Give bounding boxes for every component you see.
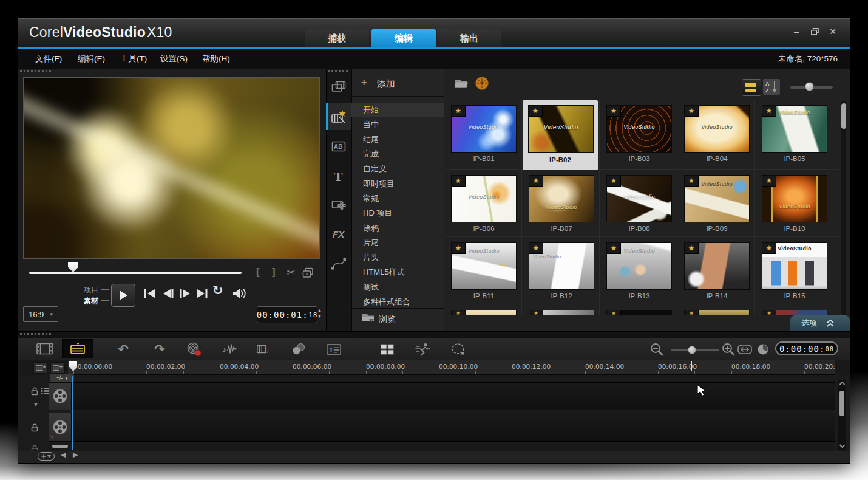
- timeline-ruler[interactable]: 00:00:00:00 00:00:02:00 00:00:04:00 00:0…: [68, 360, 835, 375]
- overlap-clips-button[interactable]: [291, 341, 307, 357]
- track-number: 1: [50, 434, 53, 441]
- collapse-track-icon[interactable]: ▼: [33, 401, 39, 408]
- track-list-icon[interactable]: [40, 386, 49, 396]
- timeline-view-button[interactable]: [62, 339, 93, 358]
- mouse-cursor: [697, 384, 709, 397]
- film-reel-icon: [52, 388, 69, 405]
- timeline-panel: ↶ ↷ ♪ ♫: [18, 18, 850, 463]
- project-duration-button[interactable]: [755, 341, 771, 357]
- subtitle-editor-button[interactable]: T: [326, 341, 342, 357]
- svg-text:♪: ♪: [222, 345, 226, 354]
- track-lock-icon[interactable]: [30, 423, 39, 432]
- vertical-scrollbar-thumb[interactable]: [839, 391, 844, 416]
- mask-creator-icon: [450, 341, 466, 357]
- multi-camera-icon: [379, 343, 395, 356]
- track-manager-icon: [35, 364, 46, 372]
- overlap-clips-icon: [291, 341, 307, 357]
- playhead-line: [72, 376, 73, 450]
- timeline-view-icon: [69, 342, 86, 355]
- multi-camera-button[interactable]: [379, 341, 395, 357]
- auto-music-button[interactable]: ♫: [256, 341, 272, 357]
- record-capture-icon: [186, 341, 202, 357]
- fit-timeline-icon: [737, 343, 753, 355]
- swap-track-icon: [40, 453, 52, 459]
- record-capture-button[interactable]: [186, 341, 202, 357]
- svg-text:T: T: [329, 346, 333, 354]
- master-timecode[interactable]: 0:00:00:00: [775, 341, 838, 355]
- panel-grip[interactable]: [20, 333, 53, 335]
- sound-mixer-button[interactable]: ♪: [222, 341, 237, 357]
- horizontal-scrollbar[interactable]: [49, 444, 835, 450]
- ruler-cursor-tick: [691, 361, 692, 371]
- track-lock-icon[interactable]: [30, 386, 39, 396]
- video-track-header[interactable]: [49, 382, 72, 410]
- track-lock-icon-partial: [30, 444, 39, 450]
- add-track-icon: [52, 364, 63, 372]
- zoom-in-button[interactable]: [721, 341, 736, 357]
- subtitle-editor-icon: T: [326, 342, 342, 357]
- fit-timeline-button[interactable]: [737, 341, 753, 357]
- scroll-left-button[interactable]: ◀: [61, 451, 66, 459]
- redo-button[interactable]: ↷: [152, 341, 168, 357]
- zoom-in-icon: [721, 342, 736, 357]
- undo-icon: ↶: [118, 342, 129, 357]
- motion-tracking-icon: [415, 342, 431, 357]
- add-track-button[interactable]: [50, 362, 65, 374]
- video-track-lane[interactable]: [72, 382, 835, 410]
- sound-mixer-icon: ♪: [222, 341, 237, 357]
- auto-music-icon: ♫: [256, 341, 272, 357]
- zoom-out-button[interactable]: [649, 341, 665, 357]
- videostudio-window: CorelVideoStudioX10 捕获 编辑 输出 – ✕ 文件(F) 编…: [18, 18, 850, 463]
- clock-icon: [756, 343, 770, 356]
- undo-button[interactable]: ↶: [115, 341, 131, 357]
- horizontal-scrollbar-thumb[interactable]: [52, 445, 68, 448]
- overlay-track-lane[interactable]: [72, 413, 835, 442]
- scroll-up-icon[interactable]: [839, 381, 846, 386]
- zoom-out-icon: [649, 342, 664, 357]
- motion-tracking-button[interactable]: [415, 341, 431, 357]
- storyboard-icon: [36, 341, 54, 356]
- swap-track-button[interactable]: [38, 452, 55, 461]
- scroll-right-button[interactable]: ▶: [73, 451, 78, 459]
- mask-creator-button[interactable]: [450, 341, 466, 357]
- chevron-down-icon: ▾: [66, 376, 68, 380]
- storyboard-view-button[interactable]: [29, 339, 61, 358]
- track-manager-button[interactable]: [33, 362, 48, 374]
- film-reel-icon: [52, 419, 69, 436]
- timeline-zoom-thumb[interactable]: [688, 346, 696, 354]
- overlay-track-header[interactable]: 1: [49, 413, 72, 442]
- ripple-edit-button[interactable]: +/- ▾: [50, 374, 74, 382]
- scroll-down-icon[interactable]: [839, 444, 846, 448]
- ruler-ticks: [73, 371, 832, 374]
- redo-icon: ↷: [154, 342, 165, 357]
- svg-text:♫: ♫: [263, 346, 270, 355]
- screenshot-root: CorelVideoStudioX10 捕获 编辑 输出 – ✕ 文件(F) 编…: [0, 0, 868, 480]
